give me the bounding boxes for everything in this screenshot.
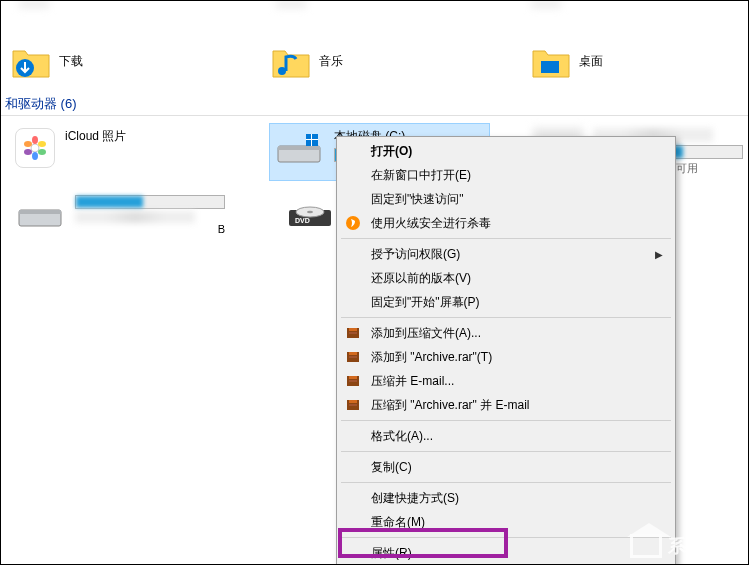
svg-point-23: [307, 211, 313, 213]
svg-point-9: [24, 141, 32, 147]
svg-rect-27: [349, 328, 357, 331]
svg-rect-20: [19, 210, 61, 214]
folder-music[interactable]: 音乐: [271, 41, 471, 81]
drive-icon: [15, 192, 65, 232]
capacity-text-censored: [75, 211, 195, 223]
desktop-folder-icon: [531, 41, 571, 81]
winrar-icon: [345, 373, 361, 389]
drive-label: iCloud 照片: [65, 128, 126, 145]
menu-pin-quick-access[interactable]: 固定到"快速访问": [339, 187, 673, 211]
svg-point-3: [31, 144, 39, 152]
folder-label: 下载: [59, 53, 83, 70]
svg-rect-30: [349, 352, 357, 355]
drive-icloud-photos[interactable]: iCloud 照片: [11, 124, 230, 180]
capacity-bar: [75, 195, 225, 209]
menu-rename[interactable]: 重命名(M): [339, 510, 673, 534]
svg-rect-31: [349, 356, 357, 358]
menu-separator: [341, 420, 671, 421]
drives-section-header[interactable]: 和驱动器 (6): [1, 89, 748, 116]
menu-create-shortcut[interactable]: 创建快捷方式(S): [339, 486, 673, 510]
svg-rect-15: [306, 140, 311, 146]
music-folder-icon: [271, 41, 311, 81]
local-disk-icon: [274, 128, 324, 168]
menu-separator: [341, 537, 671, 538]
svg-rect-36: [349, 400, 357, 403]
menu-open[interactable]: 打开(O): [339, 139, 673, 163]
drive-censored-2[interactable]: B: [11, 188, 241, 239]
menu-properties[interactable]: 属性(R): [339, 541, 673, 565]
partial-icon: [19, 1, 49, 7]
partial-icon: [531, 1, 561, 7]
svg-point-4: [32, 136, 38, 144]
folder-desktop[interactable]: 桌面: [531, 41, 731, 81]
dvd-drive-icon: DVD: [285, 192, 335, 232]
svg-rect-37: [349, 404, 357, 406]
svg-rect-14: [312, 134, 318, 139]
menu-grant-access[interactable]: 授予访问权限(G) ▶: [339, 242, 673, 266]
menu-open-new-window[interactable]: 在新窗口中打开(E): [339, 163, 673, 187]
menu-separator: [341, 238, 671, 239]
svg-rect-33: [349, 376, 357, 379]
winrar-icon: [345, 325, 361, 341]
svg-rect-16: [312, 140, 318, 146]
menu-format[interactable]: 格式化(A)...: [339, 424, 673, 448]
icloud-photos-icon: [15, 128, 55, 168]
context-menu: 打开(O) 在新窗口中打开(E) 固定到"快速访问" 使用火绒安全进行杀毒 授予…: [336, 136, 676, 565]
menu-add-to-archive-rar[interactable]: 添加到 "Archive.rar"(T): [339, 345, 673, 369]
folder-label: 桌面: [579, 53, 603, 70]
menu-separator: [341, 317, 671, 318]
svg-point-8: [24, 149, 32, 155]
downloads-folder-icon: [11, 41, 51, 81]
drive-letter-censored: B: [75, 223, 225, 235]
menu-compress-email[interactable]: 压缩并 E-mail...: [339, 369, 673, 393]
menu-separator: [341, 451, 671, 452]
menu-compress-rar-email[interactable]: 压缩到 "Archive.rar" 并 E-mail: [339, 393, 673, 417]
winrar-icon: [345, 397, 361, 413]
folder-label: 音乐: [319, 53, 343, 70]
menu-separator: [341, 482, 671, 483]
svg-rect-34: [349, 380, 357, 382]
watermark-text: 系统之家: [668, 534, 740, 558]
menu-add-to-archive[interactable]: 添加到压缩文件(A)...: [339, 321, 673, 345]
svg-point-6: [38, 149, 46, 155]
available-text: 可用: [676, 162, 698, 174]
submenu-arrow-icon: ▶: [655, 249, 663, 260]
watermark: 系统之家: [630, 534, 740, 558]
huorong-icon: [345, 215, 361, 231]
svg-rect-28: [349, 332, 357, 334]
svg-text:DVD: DVD: [295, 217, 310, 224]
menu-copy[interactable]: 复制(C): [339, 455, 673, 479]
watermark-house-icon: [630, 534, 662, 558]
menu-pin-start[interactable]: 固定到"开始"屏幕(P): [339, 290, 673, 314]
menu-restore-previous[interactable]: 还原以前的版本(V): [339, 266, 673, 290]
svg-rect-11: [278, 146, 320, 150]
svg-rect-13: [306, 134, 311, 139]
partial-icon: [276, 1, 306, 7]
svg-rect-2: [541, 61, 559, 73]
svg-point-7: [32, 152, 38, 160]
folder-downloads[interactable]: 下载: [11, 41, 211, 81]
svg-point-5: [38, 141, 46, 147]
menu-huorong-scan[interactable]: 使用火绒安全进行杀毒: [339, 211, 673, 235]
winrar-icon: [345, 349, 361, 365]
